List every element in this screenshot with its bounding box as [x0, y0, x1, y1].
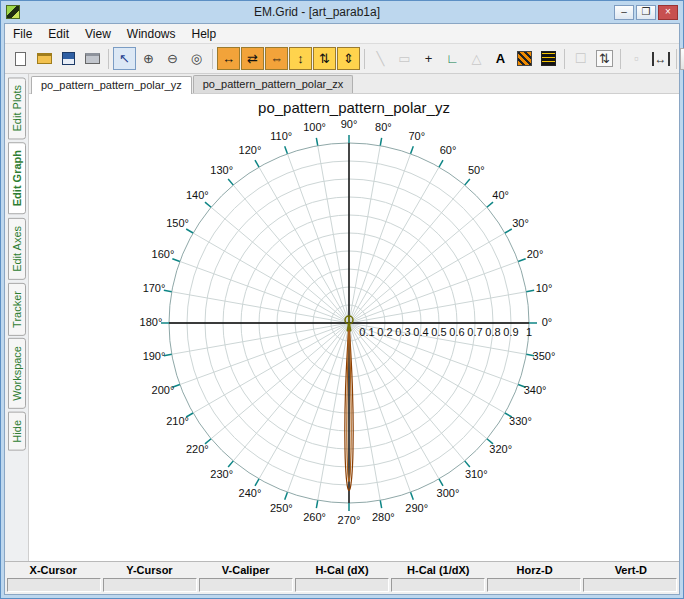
zoom-region-button[interactable]: ◎ — [185, 47, 208, 70]
status-label-v-caliper: V-Caliper — [198, 562, 294, 577]
menu-windows[interactable]: Windows — [119, 25, 184, 43]
vertical-range-button[interactable]: ⇅ — [593, 47, 616, 70]
status-label-horz-d: Horz-D — [486, 562, 582, 577]
sidebar-tab-edit-axes[interactable]: Edit Axes — [8, 218, 26, 280]
toolbar-separator — [364, 49, 365, 69]
angle-label: 80° — [375, 121, 392, 133]
radial-label: 0.2 — [377, 326, 392, 338]
angle-tick — [439, 479, 443, 486]
menu-file[interactable]: File — [5, 25, 40, 43]
status-cells — [5, 577, 679, 594]
zoom-out-button[interactable]: ⊖ — [161, 47, 184, 70]
angle-label: 180° — [139, 316, 162, 328]
document-tab-bar: po_pattern_pattern_polar_yzpo_pattern_pa… — [29, 74, 679, 94]
menu-edit[interactable]: Edit — [40, 25, 77, 43]
status-value-cell — [7, 578, 101, 592]
new-file-button[interactable] — [9, 47, 32, 70]
angle-label: 40° — [492, 189, 509, 201]
window-controls: – ❐ × — [614, 5, 678, 20]
polar-plot-canvas[interactable]: 0°10°20°30°40°50°60°70°80°90°100°110°120… — [29, 118, 679, 555]
zoom-in-button[interactable]: ⊕ — [137, 47, 160, 70]
full-scale-y-icon: ⇕ — [343, 51, 354, 66]
sidebar-tab-edit-plots[interactable]: Edit Plots — [8, 77, 26, 139]
angle-label: 270° — [337, 514, 360, 526]
angle-tick — [255, 160, 259, 167]
menu-view[interactable]: View — [77, 25, 119, 43]
sidebar-tab-tracker[interactable]: Tracker — [8, 283, 26, 336]
angle-label: 230° — [210, 468, 233, 480]
text-tool-icon: A — [496, 51, 505, 66]
client-area: FileEditViewWindowsHelp ↖⊕⊖◎↔⇄⇔↕⇅⇕╲▭+∟△A… — [4, 23, 680, 595]
full-scale-y-button[interactable]: ⇕ — [337, 47, 360, 70]
doc-tab-po_pattern_pattern_polar_yz[interactable]: po_pattern_pattern_polar_yz — [31, 76, 192, 94]
angle-label: 130° — [210, 164, 233, 176]
expand-x-button[interactable]: ↔ — [217, 47, 240, 70]
radial-label: 0.4 — [413, 326, 428, 338]
contour-style-icon — [541, 51, 556, 66]
sidebar-tab-hide[interactable]: Hide — [8, 412, 26, 451]
sidebar-tab-workspace[interactable]: Workspace — [8, 338, 26, 409]
text-tool-button[interactable]: A — [489, 47, 512, 70]
status-label-h-cal-dx-: H-Cal (dX) — [294, 562, 390, 577]
minimize-button[interactable]: – — [614, 5, 634, 20]
toolbar-buttons: ↖⊕⊖◎↔⇄⇔↕⇅⇕╲▭+∟△A☐⇅▫↔ — [9, 47, 680, 70]
angle-tick — [380, 138, 381, 146]
status-bar: X-CursorY-CursorV-CaliperH-Cal (dX)H-Cal… — [5, 561, 679, 594]
h-measure-icon: ↔ — [652, 52, 670, 66]
status-value-cell — [583, 578, 677, 592]
angle-label: 310° — [464, 468, 487, 480]
angle-tick — [464, 179, 469, 185]
triangle-tool-button: △ — [465, 47, 488, 70]
angle-tick — [204, 202, 210, 207]
save-file-button[interactable] — [57, 47, 80, 70]
status-labels: X-CursorY-CursorV-CaliperH-Cal (dX)H-Cal… — [5, 562, 679, 577]
main-area: Edit PlotsEdit GraphEdit AxesTrackerWork… — [5, 74, 679, 561]
zoom-in-icon: ⊕ — [143, 51, 154, 66]
angle-tick — [284, 146, 287, 154]
radial-label: 0.3 — [395, 326, 410, 338]
angle-tick — [526, 290, 534, 291]
content-area: po_pattern_pattern_polar_yzpo_pattern_pa… — [29, 74, 679, 561]
status-value-cell — [487, 578, 581, 592]
angle-tick — [228, 461, 233, 467]
angle-label: 150° — [166, 217, 189, 229]
sidebar-tab-edit-graph[interactable]: Edit Graph — [8, 142, 26, 214]
angle-label: 260° — [303, 511, 326, 523]
angle-label: 30° — [512, 217, 529, 229]
shape-tool-button: ▭ — [393, 47, 416, 70]
menu-bar: FileEditViewWindowsHelp — [5, 24, 679, 44]
shrink-y-button[interactable]: ⇅ — [313, 47, 336, 70]
expand-x-icon: ↔ — [222, 51, 235, 66]
h-measure-button[interactable]: ↔ — [649, 47, 672, 70]
status-value-cell — [295, 578, 389, 592]
angle-label: 280° — [371, 511, 394, 523]
axes-tool-button[interactable]: ∟ — [441, 47, 464, 70]
layout-button[interactable]: Layout ▼ — [680, 48, 684, 70]
angle-label: 340° — [523, 384, 546, 396]
crosshair-tool-button[interactable]: + — [417, 47, 440, 70]
pointer-tool-button[interactable]: ↖ — [113, 47, 136, 70]
vertical-range-icon: ⇅ — [596, 50, 613, 67]
save-file-icon — [62, 52, 75, 65]
angle-tick — [439, 160, 443, 167]
heatmap-style-button[interactable] — [513, 47, 536, 70]
angle-label: 60° — [439, 144, 456, 156]
status-label-x-cursor: X-Cursor — [5, 562, 101, 577]
shrink-x-button[interactable]: ⇄ — [241, 47, 264, 70]
angle-label: 350° — [532, 350, 555, 362]
app-icon — [6, 5, 20, 19]
pointer-tool-icon: ↖ — [119, 51, 130, 66]
close-button[interactable]: × — [658, 5, 678, 20]
restore-button[interactable]: ❐ — [636, 5, 656, 20]
menu-help[interactable]: Help — [184, 25, 225, 43]
expand-y-button[interactable]: ↕ — [289, 47, 312, 70]
print-button[interactable] — [81, 47, 104, 70]
doc-tab-po_pattern_pattern_polar_zx[interactable]: po_pattern_pattern_polar_zx — [193, 75, 354, 93]
full-scale-x-button[interactable]: ⇔ — [265, 47, 288, 70]
angle-label: 90° — [340, 118, 357, 130]
open-file-button[interactable] — [33, 47, 56, 70]
angle-label: 320° — [489, 443, 512, 455]
angle-label: 240° — [238, 487, 261, 499]
contour-style-button[interactable] — [537, 47, 560, 70]
angle-label: 20° — [526, 248, 543, 260]
